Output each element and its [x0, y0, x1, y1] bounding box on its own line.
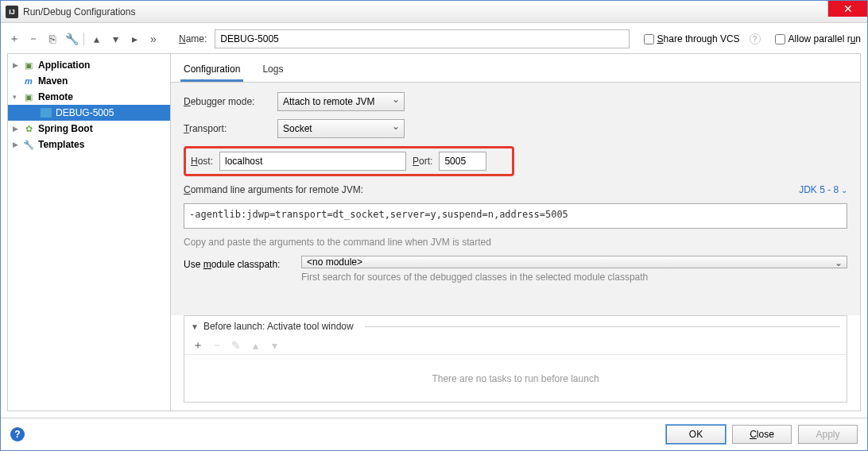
tree-label: Application: [38, 60, 90, 71]
add-config-button[interactable]: ＋: [7, 32, 21, 46]
parallel-checkbox[interactable]: Allow parallel run: [775, 33, 861, 44]
transport-combo[interactable]: Socket: [277, 119, 405, 138]
host-port-row: Host: Port:: [184, 146, 847, 176]
tree-item-remote[interactable]: ▾ ▣ Remote: [8, 89, 170, 105]
host-input[interactable]: [219, 152, 406, 171]
ok-button[interactable]: OK: [666, 425, 726, 444]
cmdline-hint: Copy and paste the arguments to the comm…: [184, 237, 847, 248]
transport-label: Transport:: [184, 123, 271, 134]
tree-item-debug-5005[interactable]: DEBUG-5005: [8, 105, 170, 121]
module-hint: First search for sources of the debugged…: [301, 272, 847, 283]
before-launch-toolbar: ＋ － ✎ ▴ ▾: [184, 337, 847, 354]
module-row: Use module classpath: <no module> First …: [184, 256, 847, 283]
config-panel: Configuration Logs Debugger mode: Attach…: [171, 54, 860, 411]
cmdline-textarea[interactable]: -agentlib:jdwp=transport=dt_socket,serve…: [184, 203, 847, 229]
expand-button[interactable]: »: [146, 32, 161, 46]
application-icon: ▣: [22, 59, 35, 71]
app-icon: IJ: [6, 6, 18, 18]
tree-label: Remote: [38, 91, 73, 102]
chevron-right-icon: ▶: [13, 125, 22, 133]
before-launch-empty: There are no tasks to run before launch: [184, 354, 847, 402]
share-checkbox[interactable]: Share through VCS: [644, 33, 740, 44]
module-label: Use module classpath:: [184, 256, 295, 270]
before-launch-section: ▼ Before launch: Activate tool window ＋ …: [184, 315, 847, 403]
tree-label: Templates: [38, 139, 84, 150]
bl-down-button[interactable]: ▾: [267, 338, 281, 353]
remote-icon: ▣: [22, 91, 35, 103]
settings-config-button[interactable]: 🔧: [64, 32, 79, 46]
window-controls: ✕: [827, 1, 867, 22]
maven-icon: m: [22, 75, 35, 87]
before-launch-title: Before launch: Activate tool window: [203, 321, 354, 332]
help-button[interactable]: ?: [10, 427, 25, 441]
tab-logs[interactable]: Logs: [259, 59, 286, 82]
bl-edit-button[interactable]: ✎: [229, 338, 243, 353]
debugger-mode-combo[interactable]: Attach to remote JVM: [277, 92, 405, 111]
tree-label: Spring Boot: [38, 123, 93, 134]
bottom-bar: ? OK Close Apply: [1, 418, 867, 450]
before-launch-header[interactable]: ▼ Before launch: Activate tool window: [184, 316, 847, 337]
tabs: Configuration Logs: [171, 54, 860, 83]
tree-item-application[interactable]: ▶ ▣ Application: [8, 57, 170, 73]
wrench-icon: 🔧: [22, 138, 35, 151]
content: ＋ － ⎘ 🔧 ▴ ▾ ▸ » Name: Share through VCS …: [1, 23, 867, 418]
port-label: Port:: [413, 156, 432, 167]
jdk-version-link[interactable]: JDK 5 - 8: [799, 184, 847, 195]
debugger-mode-row: Debugger mode: Attach to remote JVM: [184, 92, 847, 111]
apply-button[interactable]: Apply: [798, 425, 858, 444]
tree-item-templates[interactable]: ▶ 🔧 Templates: [8, 137, 170, 152]
top-row: ＋ － ⎘ 🔧 ▴ ▾ ▸ » Name: Share through VCS …: [7, 29, 861, 48]
chevron-right-icon: ▶: [13, 141, 22, 148]
cmdline-label: Command line arguments for remote JVM:: [184, 184, 363, 195]
debugger-mode-label: Debugger mode:: [184, 96, 271, 107]
module-combo[interactable]: <no module>: [301, 256, 847, 268]
chevron-right-icon: ▶: [13, 61, 22, 69]
tree-label: DEBUG-5005: [56, 107, 114, 118]
copy-config-button[interactable]: ⎘: [45, 32, 60, 46]
main-split: ▶ ▣ Application m Maven ▾ ▣ Remote DEBUG…: [7, 53, 861, 411]
config-toolbar: ＋ － ⎘ 🔧 ▴ ▾ ▸ »: [7, 32, 171, 46]
tree-item-spring-boot[interactable]: ▶ ✿ Spring Boot: [8, 121, 170, 137]
transport-row: Transport: Socket: [184, 119, 847, 138]
toolbar-separator: [83, 33, 84, 45]
folder-button[interactable]: ▸: [127, 32, 141, 46]
bl-remove-button[interactable]: －: [210, 338, 224, 353]
remove-config-button[interactable]: －: [26, 32, 41, 46]
bl-add-button[interactable]: ＋: [191, 338, 205, 353]
debug-config-icon: [40, 106, 52, 119]
cmdline-label-row: Command line arguments for remote JVM: J…: [184, 184, 847, 195]
chevron-down-icon: ▼: [191, 322, 199, 331]
close-window-button[interactable]: ✕: [827, 1, 867, 17]
help-share-icon[interactable]: ?: [750, 33, 761, 44]
tree-item-maven[interactable]: m Maven: [8, 73, 170, 89]
move-down-button[interactable]: ▾: [108, 32, 122, 46]
tree-label: Maven: [38, 75, 68, 87]
dialog-window: IJ Run/Debug Configurations ✕ ＋ － ⎘ 🔧 ▴ …: [0, 0, 868, 451]
window-title: Run/Debug Configurations: [23, 6, 827, 17]
config-body: Debugger mode: Attach to remote JVM Tran…: [171, 83, 860, 315]
move-up-button[interactable]: ▴: [89, 32, 103, 46]
host-port-highlight: Host: Port:: [184, 146, 514, 176]
port-input[interactable]: [439, 152, 486, 171]
name-label: Name:: [179, 33, 207, 44]
spring-icon: ✿: [22, 122, 35, 135]
titlebar: IJ Run/Debug Configurations ✕: [1, 1, 867, 23]
chevron-down-icon[interactable]: ▾: [13, 93, 22, 101]
name-input[interactable]: [215, 29, 629, 48]
host-label: Host:: [191, 156, 213, 167]
bl-up-button[interactable]: ▴: [248, 338, 262, 353]
cancel-button[interactable]: Close: [732, 425, 792, 444]
config-tree[interactable]: ▶ ▣ Application m Maven ▾ ▣ Remote DEBUG…: [8, 54, 171, 411]
parallel-checkbox-input[interactable]: [775, 34, 785, 44]
tab-configuration[interactable]: Configuration: [180, 59, 243, 82]
share-checkbox-input[interactable]: [644, 34, 654, 44]
